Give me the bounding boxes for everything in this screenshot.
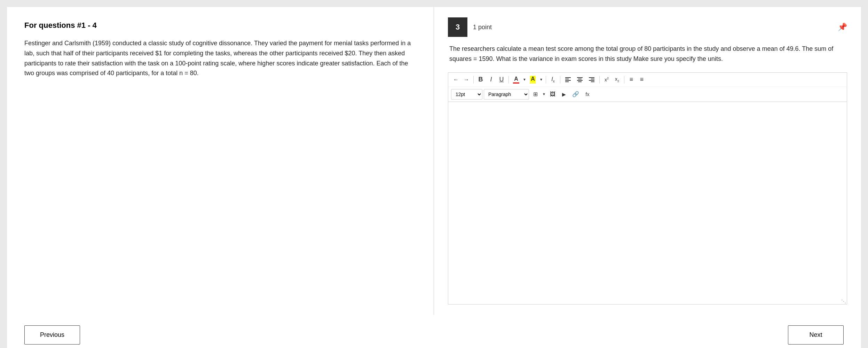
separator-3 xyxy=(546,76,546,84)
italic-button[interactable]: I xyxy=(486,75,496,85)
media-button[interactable]: ▶ xyxy=(559,89,569,99)
passage-text: Festinger and Carlsmith (1959) conducted… xyxy=(24,38,416,78)
highlight-color-indicator xyxy=(530,82,536,84)
question-text: The researchers calculate a mean test sc… xyxy=(448,44,847,64)
previous-button[interactable]: Previous xyxy=(24,325,80,345)
pin-icon[interactable]: 📌 xyxy=(838,23,847,32)
editor-content-area[interactable] xyxy=(448,102,847,304)
font-size-select[interactable]: 8pt 10pt 12pt 14pt 16pt 18pt 24pt 36pt xyxy=(451,89,482,100)
bottom-navigation: Previous Next xyxy=(7,315,861,348)
separator-6 xyxy=(624,76,624,84)
formula-button[interactable]: fx xyxy=(583,89,592,99)
next-button[interactable]: Next xyxy=(788,325,844,345)
highlight-dropdown[interactable]: ▼ xyxy=(539,75,544,85)
underline-button[interactable]: U xyxy=(497,75,506,85)
editor-toolbar: ← → B I U xyxy=(448,73,847,102)
question-points: 1 point xyxy=(473,24,492,31)
font-color-indicator xyxy=(513,82,519,84)
align-left-button[interactable] xyxy=(562,75,574,85)
table-dropdown[interactable]: ▼ xyxy=(542,89,546,99)
clear-format-label: Ix xyxy=(551,76,554,83)
toolbar-row-2: 8pt 10pt 12pt 14pt 16pt 18pt 24pt 36pt P… xyxy=(448,87,847,102)
editor-container: ← → B I U xyxy=(448,72,847,304)
highlight-label: A xyxy=(530,76,536,82)
redo-button[interactable]: → xyxy=(461,75,471,85)
formula-label: fx xyxy=(586,92,590,97)
left-panel: For questions #1 - 4 Festinger and Carls… xyxy=(7,7,434,315)
unordered-list-button[interactable]: ≡ xyxy=(626,75,636,85)
align-center-button[interactable] xyxy=(574,75,585,85)
table-button[interactable]: ⊞ xyxy=(530,89,540,99)
font-color-label: A xyxy=(514,76,518,82)
ordered-list-button[interactable]: ≡ xyxy=(637,75,647,85)
question-number-badge: 3 xyxy=(448,17,467,37)
resize-handle[interactable]: ⋱ xyxy=(841,299,845,303)
separator-1 xyxy=(473,76,474,84)
undo-button[interactable]: ← xyxy=(451,75,461,85)
separator-2 xyxy=(508,76,509,84)
questions-title: For questions #1 - 4 xyxy=(24,21,416,30)
paragraph-select[interactable]: Paragraph Heading 1 Heading 2 Heading 3 … xyxy=(484,89,529,100)
question-header: 3 1 point 📌 xyxy=(448,17,847,37)
subscript-button[interactable]: x2 xyxy=(612,75,622,85)
content-area: For questions #1 - 4 Festinger and Carls… xyxy=(7,7,861,315)
toolbar-row-1: ← → B I U xyxy=(448,73,847,87)
separator-5 xyxy=(599,76,600,84)
clear-format-button[interactable]: Ix xyxy=(548,75,558,85)
superscript-button[interactable]: x2 xyxy=(602,75,611,85)
highlight-button[interactable]: A xyxy=(528,75,538,85)
link-button[interactable]: 🔗 xyxy=(570,89,581,99)
image-button[interactable]: 🖼 xyxy=(548,89,558,99)
right-panel: 3 1 point 📌 The researchers calculate a … xyxy=(434,7,861,315)
font-color-dropdown[interactable]: ▼ xyxy=(522,75,527,85)
main-container: For questions #1 - 4 Festinger and Carls… xyxy=(7,7,861,348)
font-color-button[interactable]: A xyxy=(511,75,521,85)
align-right-button[interactable] xyxy=(586,75,597,85)
bold-button[interactable]: B xyxy=(476,75,486,85)
separator-4 xyxy=(560,76,560,84)
